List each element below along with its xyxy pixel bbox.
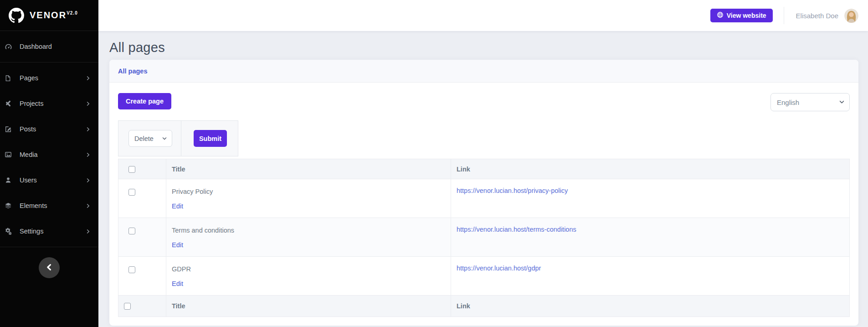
edit-link[interactable]: Edit — [172, 202, 183, 210]
row-checkbox[interactable] — [128, 189, 135, 196]
sidebar-item-label: Settings — [20, 228, 86, 235]
card-body: Create page English Del — [109, 83, 858, 326]
row-checkbox[interactable] — [128, 228, 135, 234]
table-header-row: Title Link — [118, 159, 850, 179]
sidebar-item-label: Media — [20, 151, 86, 158]
bulk-actions-box: Delete Submit — [118, 120, 238, 156]
gauge-icon — [5, 43, 16, 51]
view-website-button[interactable]: View website — [710, 9, 773, 22]
layers-icon — [5, 202, 16, 209]
actions-row: Create page English — [118, 93, 850, 111]
sidebar-item-label: Users — [20, 176, 86, 184]
sidebar-item-label: Elements — [20, 202, 86, 209]
sidebar-item-label: Posts — [20, 125, 86, 133]
select-all-checkbox[interactable] — [128, 166, 135, 173]
tools-icon — [5, 100, 16, 107]
page-url-link[interactable]: https://venor.lucian.host/gdpr — [457, 265, 541, 272]
language-select-wrap: English — [770, 93, 850, 111]
select-all-checkbox[interactable] — [124, 303, 131, 310]
page-url-link[interactable]: https://venor.lucian.host/terms-conditio… — [457, 226, 576, 233]
sidebar-item-settings[interactable]: Settings — [0, 218, 98, 244]
row-title: Terms and conditions — [172, 226, 445, 235]
sidebar-collapse-button[interactable] — [39, 257, 60, 278]
chevron-right-icon — [86, 76, 90, 80]
page-icon — [5, 75, 16, 82]
pages-table: Title Link Privacy PolicyEdithttps://ven… — [118, 159, 850, 317]
globe-icon — [717, 11, 724, 20]
row-title: Privacy Policy — [172, 187, 445, 196]
row-checkbox[interactable] — [128, 266, 135, 273]
bulk-submit-cell: Submit — [181, 121, 238, 156]
edit-link[interactable]: Edit — [172, 241, 183, 249]
github-octocat-icon — [9, 8, 24, 23]
sidebar-item-pages[interactable]: Pages — [0, 65, 98, 91]
chevron-right-icon — [86, 229, 90, 234]
column-footer-title: Title — [166, 296, 451, 317]
image-icon — [5, 151, 16, 158]
sidebar-item-media[interactable]: Media — [0, 142, 98, 167]
bulk-select-wrap: Delete — [128, 130, 172, 147]
pencil-square-icon — [5, 125, 16, 133]
create-page-button[interactable]: Create page — [118, 93, 171, 109]
sidebar-divider — [0, 247, 98, 247]
chevron-right-icon — [86, 178, 90, 182]
sidebar-divider — [0, 62, 98, 62]
table-row: GDPREdithttps://venor.lucian.host/gdpr — [118, 257, 850, 296]
topbar: View website Elisabeth Doe — [98, 0, 868, 31]
topbar-divider — [784, 7, 784, 24]
sidebar: VENORV2.0 DashboardPagesProjectsPostsMed… — [0, 0, 98, 327]
chevron-right-icon — [86, 204, 90, 208]
column-header-link: Link — [451, 159, 850, 179]
content: All pages All pages Create page English — [98, 31, 868, 327]
table-footer-row: Title Link — [118, 296, 850, 317]
sidebar-item-posts[interactable]: Posts — [0, 116, 98, 142]
table-row: Terms and conditionsEdithttps://venor.lu… — [118, 218, 850, 257]
table-row: Privacy PolicyEdithttps://venor.lucian.h… — [118, 179, 850, 218]
bulk-action-select[interactable]: Delete — [128, 130, 172, 147]
avatar[interactable] — [844, 9, 858, 23]
chevron-right-icon — [86, 153, 90, 157]
chevron-left-icon — [46, 264, 52, 272]
sidebar-item-elements[interactable]: Elements — [0, 193, 98, 218]
user-name: Elisabeth Doe — [796, 12, 838, 20]
view-website-label: View website — [727, 12, 766, 19]
sidebar-item-label: Projects — [20, 100, 86, 107]
sidebar-item-label: Dashboard — [20, 43, 90, 50]
column-footer-link: Link — [451, 296, 850, 317]
language-select[interactable]: English — [770, 93, 850, 111]
column-header-title: Title — [166, 159, 451, 179]
user-icon — [5, 176, 16, 184]
sidebar-item-label: Pages — [20, 74, 86, 82]
breadcrumb[interactable]: All pages — [118, 67, 147, 75]
brand-name: VENORV2.0 — [30, 10, 78, 21]
bulk-select-cell: Delete — [118, 121, 181, 156]
sidebar-item-projects[interactable]: Projects — [0, 91, 98, 116]
card-header: All pages — [109, 60, 858, 83]
edit-link[interactable]: Edit — [172, 280, 183, 287]
sidebar-item-users[interactable]: Users — [0, 167, 98, 193]
logo[interactable]: VENORV2.0 — [0, 0, 98, 31]
row-title: GDPR — [172, 265, 445, 274]
gears-icon — [5, 228, 16, 235]
sidebar-item-dashboard[interactable]: Dashboard — [0, 34, 98, 59]
chevron-right-icon — [86, 127, 90, 131]
main-area: View website Elisabeth Doe All pages All… — [98, 0, 868, 327]
pages-card: All pages Create page English — [109, 60, 858, 326]
submit-button[interactable]: Submit — [194, 130, 227, 147]
brand-version: V2.0 — [67, 10, 78, 16]
sidebar-nav: DashboardPagesProjectsPostsMediaUsersEle… — [0, 31, 98, 244]
page-title: All pages — [109, 40, 858, 55]
chevron-right-icon — [86, 102, 90, 106]
page-url-link[interactable]: https://venor.lucian.host/privacy-policy — [457, 187, 568, 194]
